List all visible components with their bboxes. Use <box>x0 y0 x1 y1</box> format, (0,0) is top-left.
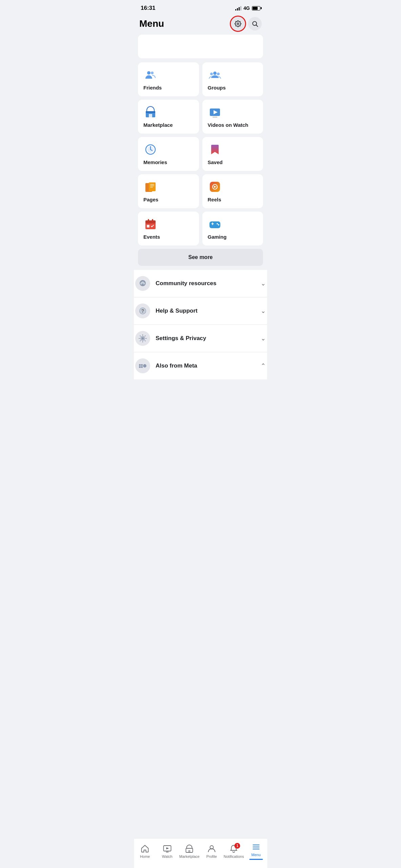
svg-text:?: ? <box>141 308 144 314</box>
events-label: Events <box>143 234 160 240</box>
network-type: 4G <box>243 5 250 11</box>
signal-icon <box>235 6 241 11</box>
svg-point-4 <box>151 72 154 74</box>
videos-on-watch-label: Videos on Watch <box>208 122 248 128</box>
memories-label: Memories <box>143 159 167 165</box>
battery-icon <box>252 6 260 11</box>
friends-icon <box>143 68 158 82</box>
reels-icon <box>208 180 222 194</box>
meta-icon <box>135 358 150 373</box>
profile-card[interactable] <box>138 35 263 58</box>
menu-item-gaming[interactable]: Gaming <box>202 212 263 245</box>
chevron-down-icon: ⌄ <box>261 280 266 287</box>
svg-rect-13 <box>213 117 217 118</box>
svg-rect-28 <box>147 225 149 228</box>
events-icon <box>143 217 158 231</box>
section-community-resources[interactable]: Community resources ⌄ <box>134 270 267 297</box>
section-also-from-meta[interactable]: Also from Meta ⌃ <box>134 352 267 379</box>
page-title: Menu <box>139 18 164 29</box>
svg-rect-42 <box>139 364 141 366</box>
main-content: Friends Groups <box>134 35 267 270</box>
svg-point-0 <box>237 23 239 25</box>
menu-item-memories[interactable]: Memories <box>138 137 199 171</box>
reels-label: Reels <box>208 197 221 202</box>
chevron-up-icon: ⌃ <box>261 362 266 370</box>
section-list: Community resources ⌄ ? Help & Support ⌄ <box>134 270 267 379</box>
svg-point-6 <box>210 73 213 75</box>
menu-item-marketplace[interactable]: Marketplace <box>138 100 199 134</box>
videos-on-watch-icon <box>208 105 222 119</box>
see-more-button[interactable]: See more <box>138 249 263 266</box>
community-label: Community resources <box>156 280 217 287</box>
svg-rect-20 <box>150 187 153 188</box>
help-label: Help & Support <box>156 308 198 314</box>
svg-line-2 <box>256 25 258 27</box>
menu-item-pages[interactable]: Pages <box>138 174 199 208</box>
menu-item-friends[interactable]: Friends <box>138 62 199 96</box>
menu-grid: Friends Groups <box>138 62 263 245</box>
pages-icon <box>143 180 158 194</box>
header: Menu <box>134 14 267 35</box>
svg-rect-9 <box>146 111 155 113</box>
pages-label: Pages <box>143 197 158 202</box>
settings-privacy-icon <box>135 331 150 346</box>
marketplace-label: Marketplace <box>143 122 173 128</box>
svg-point-5 <box>213 72 217 75</box>
marketplace-icon <box>143 105 158 119</box>
menu-item-reels[interactable]: Reels <box>202 174 263 208</box>
groups-icon <box>208 68 222 82</box>
also-from-meta-label: Also from Meta <box>156 362 197 369</box>
saved-icon <box>208 142 222 157</box>
community-icon <box>135 276 150 291</box>
svg-point-7 <box>217 73 220 75</box>
section-settings-privacy[interactable]: Settings & Privacy ⌄ <box>134 325 267 352</box>
svg-rect-27 <box>152 219 153 222</box>
status-time: 16:31 <box>141 5 155 12</box>
search-button[interactable] <box>248 17 262 31</box>
svg-rect-43 <box>139 366 141 368</box>
svg-rect-26 <box>148 219 149 222</box>
gaming-icon <box>208 217 222 231</box>
gaming-label: Gaming <box>208 234 227 240</box>
settings-privacy-label: Settings & Privacy <box>156 335 206 342</box>
groups-label: Groups <box>208 85 226 91</box>
svg-point-33 <box>218 224 219 225</box>
svg-rect-45 <box>141 366 143 368</box>
saved-label: Saved <box>208 159 223 165</box>
svg-point-3 <box>147 71 151 75</box>
svg-rect-10 <box>149 114 152 117</box>
svg-rect-31 <box>212 222 213 225</box>
svg-point-46 <box>143 364 146 368</box>
search-icon <box>252 20 258 27</box>
chevron-down-icon: ⌄ <box>261 307 266 315</box>
status-bar: 16:31 4G <box>134 0 267 14</box>
section-help-support[interactable]: ? Help & Support ⌄ <box>134 297 267 325</box>
chevron-down-icon: ⌄ <box>261 335 266 342</box>
status-icons: 4G <box>235 5 260 11</box>
svg-rect-44 <box>141 364 143 366</box>
svg-point-36 <box>142 281 144 283</box>
help-icon: ? <box>135 303 150 318</box>
settings-button[interactable] <box>231 17 245 31</box>
svg-rect-19 <box>150 185 154 186</box>
menu-item-groups[interactable]: Groups <box>202 62 263 96</box>
svg-point-40 <box>141 337 144 340</box>
header-actions <box>231 17 262 31</box>
friends-label: Friends <box>143 85 162 91</box>
svg-rect-18 <box>150 184 154 185</box>
svg-rect-25 <box>145 220 156 223</box>
menu-item-videos-on-watch[interactable]: Videos on Watch <box>202 100 263 134</box>
menu-item-events[interactable]: Events <box>138 212 199 245</box>
menu-item-saved[interactable]: Saved <box>202 137 263 171</box>
gear-icon <box>235 20 241 27</box>
svg-point-32 <box>217 223 218 224</box>
memories-icon <box>143 142 158 157</box>
